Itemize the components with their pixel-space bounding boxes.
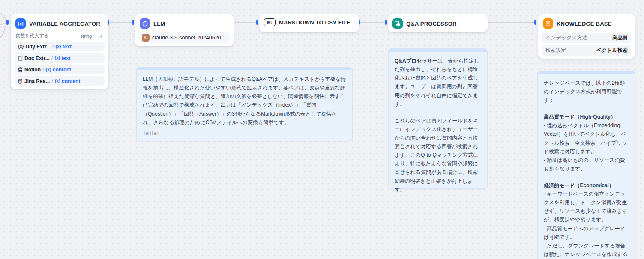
output-type-badge: string <box>80 33 92 39</box>
kb-search-setting-row: 検索設定 ベクトル検索 <box>542 45 631 56</box>
node-variable-aggregator[interactable]: {x} VARIABLE AGGREGATOR 変数を代入する string +… <box>11 14 108 89</box>
port-in-variable-aggregator[interactable] <box>6 20 9 25</box>
database-icon <box>18 67 23 72</box>
note-author: TenTen <box>143 130 159 136</box>
edge-incoming-1 <box>0 13 7 22</box>
braces-x-icon: {x} <box>18 44 24 49</box>
node-title: KNOWLEDGE BASE <box>557 21 611 27</box>
database-icon <box>18 79 23 84</box>
note-text: 高品質モード（High-Quality） - 埋め込みベクトル（Embeddin… <box>544 113 629 173</box>
kb-index-method-row: インデックス方法 高品質 <box>542 33 631 43</box>
node-title: LLM <box>153 21 165 27</box>
variable-row: Jina Rea... / {x}content <box>15 76 105 86</box>
port-in-markdown-to-csv[interactable] <box>256 20 258 25</box>
node-qa-processor[interactable]: Q&A PROCESSOR <box>388 14 488 32</box>
note-header-strip <box>538 71 635 74</box>
note-text: LLM（大規模言語モデル）によって生成されるQ&Aペアは、入力テキストから重要な… <box>143 75 346 127</box>
model-selector[interactable]: A\ claude-3-5-sonnet-20240620 <box>139 32 230 43</box>
note-qa-processor[interactable]: Q&Aプロセッサーは、表から指定した列を抽出し、それらをもとに構造化された質問と… <box>388 48 488 189</box>
variable-icon: {x} <box>55 44 61 49</box>
divider <box>95 33 95 39</box>
llm-icon <box>140 18 150 29</box>
port-in-llm[interactable] <box>132 20 134 25</box>
book-icon <box>543 18 553 29</box>
variable-row: {x} Dify Extr... / {x}text <box>15 42 105 51</box>
note-llm[interactable]: LLM（大規模言語モデル）によって生成されるQ&Aペアは、入力テキストから重要な… <box>136 67 353 141</box>
variable-row: Doc Extr... / {x}text <box>15 53 105 63</box>
note-knowledge-base[interactable]: ナレッジベースでは、以下の2種類のインデックス方式が利用可能です： 高品質モード… <box>537 71 635 259</box>
markdown-icon: M↓ <box>264 18 276 26</box>
node-title: MARKDOWN TO CSV FILE <box>279 19 351 26</box>
note-header-strip <box>137 67 352 70</box>
note-text: Q&Aプロセッサーは、表から指定した列を抽出し、それらをもとに構造化された質問と… <box>395 57 481 108</box>
node-header: M↓ MARKDOWN TO CSV FILE <box>263 17 355 28</box>
port-in-qa-processor[interactable] <box>385 20 387 25</box>
node-knowledge-base[interactable]: KNOWLEDGE BASE インデックス方法 高品質 検索設定 ベクトル検索 <box>538 14 635 59</box>
add-variable-button[interactable]: + <box>98 33 104 39</box>
anthropic-icon: A\ <box>142 34 150 42</box>
port-in-knowledge-base[interactable] <box>534 20 536 25</box>
node-title: VARIABLE AGGREGATOR <box>29 21 100 27</box>
node-markdown-to-csv[interactable]: M↓ MARKDOWN TO CSV FILE <box>259 14 359 32</box>
document-icon <box>18 56 23 61</box>
node-title: Q&A PROCESSOR <box>406 21 457 27</box>
note-text: 経済的モード（Economical） - キーワードベースの倒立インデックスを利… <box>544 181 629 259</box>
node-llm[interactable]: LLM A\ claude-3-5-sonnet-20240620 <box>135 14 234 46</box>
variable-icon: {x} <box>55 79 60 83</box>
model-name: claude-3-5-sonnet-20240620 <box>152 35 221 41</box>
note-text: ナレッジベースでは、以下の2種類のインデックス方式が利用可能です： <box>544 79 629 104</box>
assign-variables-label: 変数を代入する <box>15 33 49 39</box>
workflow-canvas[interactable]: {x} VARIABLE AGGREGATOR 変数を代入する string +… <box>0 0 644 259</box>
note-header-strip <box>389 49 487 52</box>
chat-bubbles-icon <box>392 18 403 29</box>
node-header: KNOWLEDGE BASE <box>542 17 631 31</box>
note-author: TenTen <box>395 178 411 184</box>
edge-incoming-2 <box>0 23 7 25</box>
variable-icon: {x} <box>54 56 60 60</box>
variable-icon: {x} <box>45 67 51 72</box>
node-header: LLM <box>139 17 230 31</box>
variable-aggregator-icon: {x} <box>15 18 26 29</box>
edge-incoming-3 <box>0 23 7 38</box>
variable-row: Notion / {x}content <box>15 65 105 74</box>
node-header: Q&A PROCESSOR <box>392 17 484 31</box>
node-header: {x} VARIABLE AGGREGATOR <box>15 17 105 31</box>
